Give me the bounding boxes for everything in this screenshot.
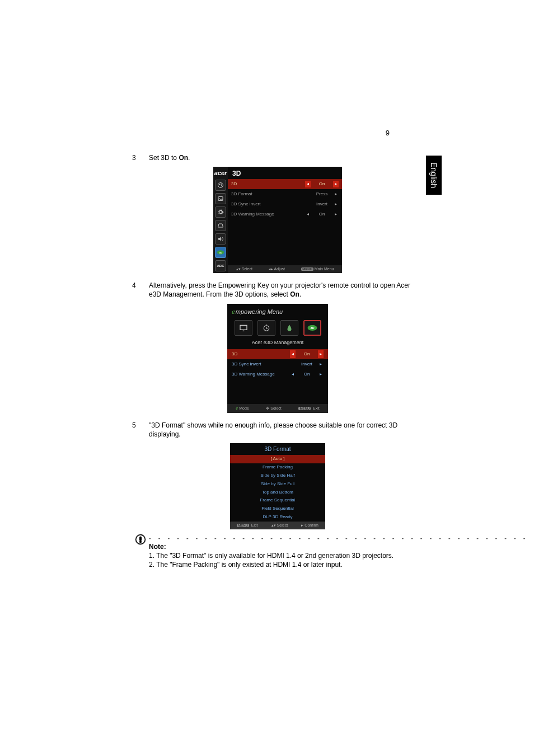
step-number: 3 bbox=[132, 153, 149, 162]
osd-empowering-menu: empowering Menu 3D Acer e3D Management 3… bbox=[227, 304, 328, 413]
osd-title: 3D bbox=[228, 167, 342, 179]
osd-row: 3D Sync InvertInvert▸ bbox=[228, 199, 342, 209]
warning-icon bbox=[135, 534, 146, 545]
image-icon bbox=[215, 193, 226, 204]
osd-row: 3D FormatPress▸ bbox=[228, 189, 342, 199]
content: 3 Set 3D to On. acer bbox=[132, 153, 423, 569]
osd-list-item: Side by Side Full bbox=[230, 480, 325, 489]
dash-line: - - - - - - - - - - - - - - - - - - - - … bbox=[149, 534, 528, 542]
arrow-right-icon: ▸ bbox=[318, 350, 324, 358]
footer-hint: ◂▸ Adjust bbox=[269, 266, 285, 271]
osd-list-item: [ Auto ] bbox=[230, 455, 325, 463]
osd-row-value: On bbox=[311, 181, 333, 187]
acer-logo: acer bbox=[214, 169, 227, 177]
3d-icon: 3D bbox=[215, 247, 226, 258]
arrow-right-icon: ▸ bbox=[333, 212, 339, 218]
step-text: "3D Format" shows while no enough info, … bbox=[149, 421, 423, 439]
language-icon: ABC bbox=[215, 260, 226, 271]
step-4: 4 Alternatively, press the Empowering Ke… bbox=[132, 281, 423, 299]
svg-point-2 bbox=[221, 184, 221, 184]
svg-point-11 bbox=[140, 541, 142, 543]
title-text: mpowering Menu bbox=[236, 308, 283, 315]
text: Alternatively, press the Empowering Key … bbox=[149, 281, 410, 298]
osd-row-value: On bbox=[296, 372, 318, 378]
osd-row-value: On bbox=[311, 212, 333, 218]
footer-hint: ▴▾ Select bbox=[271, 523, 288, 528]
arrow-left-icon: ◂ bbox=[290, 372, 296, 378]
osd-list-item: Frame Packing bbox=[230, 463, 325, 472]
osd-row-label: 3D Format bbox=[231, 191, 305, 198]
note-icon-col bbox=[132, 534, 149, 569]
footer-hint: e Mode bbox=[236, 405, 249, 411]
svg-rect-6 bbox=[240, 325, 247, 330]
arrow-right-icon: ▸ bbox=[333, 201, 339, 208]
osd-row-label: 3D Sync Invert bbox=[231, 201, 305, 208]
arrow-right-icon: ▸ bbox=[333, 191, 339, 198]
page-number: 9 bbox=[386, 129, 390, 137]
osd-list-item: Frame Sequential bbox=[230, 496, 325, 505]
note-heading: Note: bbox=[149, 542, 528, 551]
arrow-left-icon: ◂ bbox=[290, 350, 296, 358]
osd-row-value: On bbox=[296, 351, 318, 358]
osd-row-label: 3D bbox=[232, 351, 290, 358]
text-bold: On bbox=[179, 154, 188, 162]
language-tab: English bbox=[426, 156, 442, 195]
footer-hint: MENUMain Menu bbox=[301, 266, 334, 271]
keystone-icon bbox=[215, 220, 226, 231]
note-line: 2. The "Frame Packing" is only existed a… bbox=[149, 560, 528, 569]
timer-tab-icon bbox=[257, 320, 275, 336]
osd-3d-menu: acer 3D ABC bbox=[213, 167, 342, 273]
eco-tab-icon bbox=[280, 320, 298, 336]
gear-icon bbox=[215, 206, 226, 218]
osd-rows: 3D◂On▸3D Sync InvertInvert▸3D Warning Me… bbox=[227, 349, 328, 379]
step-text: Alternatively, press the Empowering Key … bbox=[149, 281, 423, 299]
osd-row: 3D Warning Message◂On▸ bbox=[228, 209, 342, 219]
arrow-left-icon: ◂ bbox=[305, 212, 311, 218]
step-number: 4 bbox=[132, 281, 149, 299]
step-number: 5 bbox=[132, 421, 149, 439]
arrow-right-icon: ▸ bbox=[318, 372, 324, 378]
osd-title: 3D Format bbox=[230, 443, 325, 456]
step-3: 3 Set 3D to On. bbox=[132, 153, 423, 162]
osd-row-label: 3D Warning Message bbox=[231, 212, 305, 218]
e-logo-icon: e bbox=[232, 307, 235, 316]
palette-icon bbox=[215, 180, 226, 191]
osd-footer: ▴▾ Select ◂▸ Adjust MENUMain Menu bbox=[228, 265, 342, 273]
osd-footer: e Mode ✥ Select MENU Exit bbox=[227, 404, 328, 413]
osd-row-label: 3D Warning Message bbox=[232, 372, 290, 378]
osd-title: empowering Menu bbox=[227, 304, 328, 318]
svg-rect-10 bbox=[140, 537, 141, 541]
screen-tab-icon bbox=[235, 320, 252, 336]
osd-list-item: DLP 3D Ready bbox=[230, 513, 325, 522]
osd-3d-format-menu: 3D Format [ Auto ]Frame PackingSide by S… bbox=[230, 443, 325, 529]
osd-row-value: Invert bbox=[296, 361, 318, 368]
osd-body: 3D 3D◂On▸3D FormatPress▸3D Sync InvertIn… bbox=[228, 167, 342, 273]
osd-subtitle: Acer e3D Management bbox=[227, 339, 328, 349]
osd-row: 3D◂On▸ bbox=[228, 179, 342, 189]
audio-icon bbox=[215, 233, 226, 245]
osd-row-label: 3D Sync Invert bbox=[232, 361, 290, 368]
osd-list-item: Field Sequential bbox=[230, 505, 325, 513]
step-text: Set 3D to On. bbox=[149, 153, 423, 162]
note-line: 1. The "3D Format" is only available for… bbox=[149, 551, 528, 560]
osd-list-item: Top and Bottom bbox=[230, 489, 325, 497]
osd-footer: MENU Exit ▴▾ Select ▸ Confirm bbox=[230, 522, 325, 529]
footer-hint: MENU Exit bbox=[237, 523, 257, 528]
note-block: - - - - - - - - - - - - - - - - - - - - … bbox=[132, 534, 423, 569]
arrow-right-icon: ▸ bbox=[333, 181, 339, 187]
osd-sidebar: acer 3D ABC bbox=[213, 167, 228, 273]
osd-row-label: 3D bbox=[231, 181, 305, 187]
osd-row: 3D Sync InvertInvert▸ bbox=[227, 359, 328, 369]
text-bold: On bbox=[290, 290, 299, 298]
3d-tab-icon: 3D bbox=[303, 320, 321, 336]
text: Set 3D to bbox=[149, 154, 179, 162]
osd-list-item: Side by Side Half bbox=[230, 472, 325, 480]
svg-point-0 bbox=[218, 183, 223, 188]
svg-point-1 bbox=[219, 184, 219, 185]
arrow-right-icon: ▸ bbox=[318, 361, 324, 368]
footer-hint: ▴▾ Select bbox=[236, 266, 252, 271]
note-body: - - - - - - - - - - - - - - - - - - - - … bbox=[149, 534, 528, 569]
osd-row-value: Press bbox=[311, 191, 333, 198]
osd-row-value: Invert bbox=[311, 201, 333, 208]
text: . bbox=[299, 290, 301, 298]
